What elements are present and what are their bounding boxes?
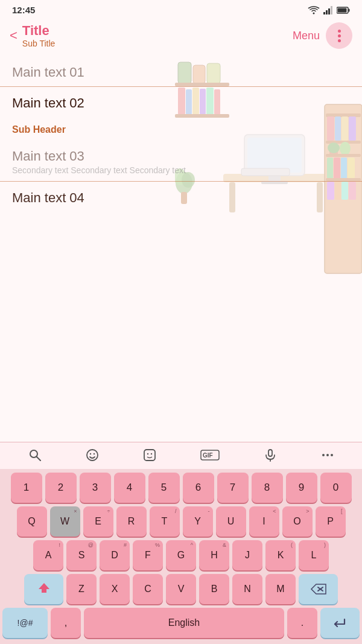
more-icon[interactable] (321, 448, 334, 465)
key-s[interactable]: @S (66, 540, 97, 570)
key-n[interactable]: N (232, 574, 262, 604)
gif-icon[interactable]: GIF (200, 448, 220, 465)
key-0[interactable]: 0 (320, 473, 352, 503)
key-b[interactable]: B (199, 574, 229, 604)
shift-button[interactable] (24, 574, 63, 604)
status-bar: 12:45 (0, 0, 362, 18)
enter-icon (332, 617, 348, 629)
key-w[interactable]: ×W (50, 506, 80, 537)
key-2[interactable]: 2 (45, 473, 77, 503)
key-k[interactable]: (K (265, 540, 296, 570)
key-8[interactable]: 8 (252, 473, 283, 503)
key-w-sublabel: × (74, 508, 77, 514)
main-text-3: Main text 03 (12, 148, 350, 164)
symbols-button[interactable]: !@# (2, 608, 48, 638)
key-p-sublabel: [ (341, 508, 343, 514)
svg-rect-2 (326, 10, 328, 14)
back-button[interactable]: < (10, 28, 17, 43)
title-block: Title Sub Title (22, 23, 55, 48)
key-9[interactable]: 9 (286, 473, 317, 503)
key-k-sublabel: ( (291, 542, 293, 548)
period-key[interactable]: . (287, 608, 317, 638)
content-area: Main text 01 Main text 02 Sub Header Mai… (0, 56, 362, 364)
list-item-3[interactable]: Main text 03 Secondary text Secondary te… (0, 140, 362, 182)
menu-label[interactable]: Menu (293, 30, 320, 42)
key-t-sublabel: / (175, 508, 177, 514)
list-item-2[interactable]: Main text 02 (0, 87, 362, 120)
status-icons (308, 5, 350, 14)
main-text-1: Main text 01 (12, 65, 350, 80)
app-title: Title (22, 23, 55, 39)
key-3[interactable]: 3 (80, 473, 111, 503)
key-v[interactable]: V (166, 574, 196, 604)
mic-icon[interactable] (264, 448, 277, 465)
key-r[interactable]: R (116, 506, 147, 537)
key-d-sublabel: # (124, 542, 127, 548)
key-y[interactable]: -Y (183, 506, 213, 537)
key-e-sublabel: ÷ (107, 508, 110, 514)
app-bar-left: < Title Sub Title (10, 23, 55, 48)
key-j[interactable]: J (232, 540, 262, 570)
comma-key[interactable]: , (51, 608, 81, 638)
key-f-sublabel: % (155, 542, 160, 548)
keyboard-toolbar: GIF (0, 442, 362, 469)
svg-point-68 (331, 454, 333, 456)
svg-point-56 (87, 450, 98, 461)
svg-rect-38 (349, 116, 356, 141)
key-p[interactable]: [P (316, 506, 346, 537)
app-subtitle: Sub Title (22, 39, 55, 48)
key-h[interactable]: &H (199, 540, 229, 570)
key-g[interactable]: ^G (166, 540, 196, 570)
secondary-text-3: Secondary text Secondary text Secondary … (12, 165, 350, 175)
key-m[interactable]: M (265, 574, 296, 604)
menu-dots-button[interactable] (326, 22, 352, 49)
emoji-icon[interactable] (86, 448, 99, 465)
key-t[interactable]: /T (150, 506, 180, 537)
svg-rect-36 (335, 116, 341, 141)
svg-point-0 (313, 13, 315, 14)
backspace-button[interactable] (299, 574, 338, 604)
app-bar: < Title Sub Title Menu (0, 18, 362, 56)
key-4[interactable]: 4 (114, 473, 145, 503)
svg-text:GIF: GIF (203, 452, 213, 459)
sub-header-text: Sub Header (12, 124, 66, 135)
qwerty-row: Q ×W ÷E R /T -Y U <I >O [P (2, 506, 360, 537)
key-l-sublabel: ) (324, 542, 326, 548)
svg-line-55 (36, 457, 40, 461)
key-e[interactable]: ÷E (83, 506, 113, 537)
key-a[interactable]: !A (33, 540, 63, 570)
key-o-sublabel: > (306, 508, 309, 514)
key-5[interactable]: 5 (148, 473, 180, 503)
key-f[interactable]: %F (133, 540, 163, 570)
key-c[interactable]: C (133, 574, 163, 604)
key-7[interactable]: 7 (217, 473, 249, 503)
key-1[interactable]: 1 (11, 473, 42, 503)
battery-icon (337, 7, 350, 14)
svg-marker-69 (39, 583, 49, 593)
sticker-icon[interactable] (143, 448, 156, 465)
svg-rect-64 (268, 450, 272, 456)
bottom-row: !@# , English . (2, 608, 360, 638)
key-6[interactable]: 6 (183, 473, 214, 503)
signal-icon (323, 6, 333, 14)
key-u[interactable]: U (216, 506, 246, 537)
key-o[interactable]: >O (282, 506, 313, 537)
app-bar-right: Menu (293, 22, 352, 49)
list-item-4[interactable]: Main text 04 (0, 182, 362, 212)
key-i[interactable]: <I (249, 506, 279, 537)
key-a-sublabel: ! (59, 542, 60, 548)
key-l[interactable]: )L (299, 540, 329, 570)
three-dots-icon (338, 30, 341, 42)
wifi-icon (308, 5, 320, 14)
space-key[interactable]: English (84, 608, 284, 638)
list-item-1[interactable]: Main text 01 (0, 56, 362, 87)
search-icon[interactable] (28, 448, 42, 465)
key-d[interactable]: #D (100, 540, 130, 570)
key-z[interactable]: Z (66, 574, 97, 604)
key-x[interactable]: X (100, 574, 130, 604)
key-h-sublabel: & (223, 542, 226, 548)
enter-button[interactable] (320, 608, 360, 638)
backspace-icon (310, 583, 327, 595)
key-y-sublabel: - (208, 508, 210, 514)
key-q[interactable]: Q (17, 506, 47, 537)
